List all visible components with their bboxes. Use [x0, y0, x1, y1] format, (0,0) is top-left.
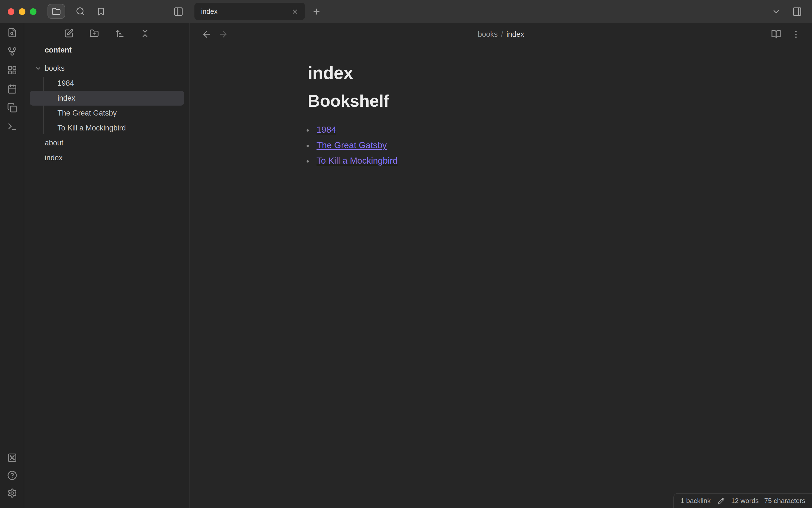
chevron-down-icon	[772, 7, 780, 16]
settings-button[interactable]	[4, 485, 20, 501]
arrow-left-icon	[202, 29, 211, 39]
close-tab-button[interactable]	[289, 6, 300, 17]
breadcrumb: books / index	[478, 30, 524, 38]
quick-switcher-button[interactable]	[4, 24, 20, 41]
tree-item-label: index	[45, 154, 63, 162]
files-tab-button[interactable]	[48, 4, 65, 19]
ribbon	[0, 23, 24, 508]
obsidian-window: index	[0, 0, 812, 508]
vault-name[interactable]: content	[24, 43, 189, 56]
graph-view-button[interactable]	[4, 43, 20, 60]
note-heading: Bookshelf	[308, 90, 694, 112]
note-title[interactable]: index	[308, 62, 694, 84]
book-link-list: 1984 The Great Gatsby To Kill a Mockingb…	[308, 122, 694, 169]
explorer-toolbar	[24, 23, 189, 43]
help-button[interactable]	[4, 467, 20, 484]
copy-icon	[7, 103, 17, 113]
new-note-button[interactable]	[61, 26, 76, 40]
tree-item-label: about	[45, 139, 63, 147]
tree-item-label: 1984	[57, 79, 74, 87]
tree-item-label: books	[45, 64, 65, 73]
bookmarks-tab-button[interactable]	[93, 4, 109, 19]
breadcrumb-parent[interactable]: books	[478, 30, 498, 38]
daily-note-button[interactable]	[4, 81, 20, 97]
tab-bar: index	[190, 0, 812, 23]
graph-icon	[7, 46, 17, 56]
new-folder-icon	[90, 29, 99, 38]
vault-icon	[7, 453, 17, 463]
settings-icon	[7, 488, 17, 498]
new-note-icon	[64, 29, 74, 38]
reading-mode-button[interactable]	[769, 27, 783, 41]
folder-children-books: 1984 index The Great Gatsby To Kill a Mo…	[30, 76, 184, 135]
plus-icon	[312, 7, 321, 16]
tab-label: index	[201, 7, 289, 15]
arrow-right-icon	[218, 29, 228, 39]
more-vertical-icon	[791, 29, 801, 39]
vault-switcher-button[interactable]	[4, 450, 20, 466]
titlebar: index	[0, 0, 812, 23]
list-item: The Great Gatsby	[315, 138, 694, 153]
editor-pane: books / index	[190, 23, 812, 508]
tab-list-button[interactable]	[768, 4, 784, 19]
internal-link-to-kill-a-mockingbird[interactable]: To Kill a Mockingbird	[317, 156, 397, 165]
view-header: books / index	[190, 23, 812, 45]
close-icon	[291, 7, 299, 15]
tab-index[interactable]: index	[194, 3, 305, 20]
new-folder-button[interactable]	[87, 26, 101, 40]
panel-left-icon	[174, 6, 183, 16]
internal-link-1984[interactable]: 1984	[317, 125, 336, 134]
window-controls	[8, 8, 37, 15]
internal-link-the-great-gatsby[interactable]: The Great Gatsby	[317, 140, 387, 150]
chevron-down-icon	[35, 65, 41, 72]
sort-order-button[interactable]	[112, 26, 127, 40]
list-item: To Kill a Mockingbird	[315, 153, 694, 169]
close-window-button[interactable]	[8, 8, 14, 15]
calendar-icon	[7, 84, 17, 94]
pencil-icon[interactable]	[717, 497, 724, 504]
navigate-forward-button[interactable]	[216, 27, 230, 41]
more-options-button[interactable]	[789, 27, 803, 41]
note-content-area[interactable]: index Bookshelf 1984 The Great Gatsby To…	[190, 45, 812, 508]
tree-file-about[interactable]: about	[30, 135, 184, 151]
file-search-icon	[7, 28, 17, 38]
tree-file-to-kill-a-mockingbird[interactable]: To Kill a Mockingbird	[30, 121, 184, 135]
folder-icon	[52, 7, 61, 16]
tree-folder-books[interactable]: books	[30, 61, 184, 76]
titlebar-left	[0, 0, 190, 23]
list-item: 1984	[315, 122, 694, 138]
breadcrumb-separator: /	[501, 30, 503, 38]
word-count: 12 words	[731, 497, 759, 505]
search-tab-button[interactable]	[72, 4, 88, 19]
minimize-window-button[interactable]	[19, 8, 26, 15]
breadcrumb-current[interactable]: index	[507, 30, 524, 38]
terminal-icon	[7, 122, 17, 132]
layout-grid-icon	[7, 65, 17, 75]
book-open-icon	[771, 29, 781, 39]
help-icon	[7, 470, 17, 480]
search-icon	[76, 7, 85, 16]
sort-icon	[115, 29, 124, 38]
navigate-back-button[interactable]	[199, 27, 214, 41]
panel-right-icon	[792, 6, 802, 16]
zoom-window-button[interactable]	[30, 8, 37, 15]
collapse-all-button[interactable]	[138, 26, 152, 40]
tree-item-label: To Kill a Mockingbird	[57, 124, 126, 132]
tree-file-1984[interactable]: 1984	[30, 76, 184, 91]
command-palette-button[interactable]	[4, 118, 20, 135]
file-tree: books 1984 index The Great Gatsby To Kil…	[24, 61, 189, 165]
file-explorer: content books 1984 index The	[24, 23, 190, 508]
tree-file-the-great-gatsby[interactable]: The Great Gatsby	[30, 105, 184, 121]
tree-item-label: The Great Gatsby	[57, 109, 117, 117]
backlink-count[interactable]: 1 backlink	[680, 497, 711, 505]
new-canvas-button[interactable]	[4, 62, 20, 79]
new-tab-button[interactable]	[309, 4, 324, 18]
collapse-left-sidebar-button[interactable]	[170, 4, 187, 19]
expand-right-sidebar-button[interactable]	[789, 4, 805, 19]
status-bar: 1 backlink 12 words 75 characters	[673, 493, 812, 508]
character-count: 75 characters	[764, 497, 805, 505]
tree-file-index-selected[interactable]: index	[30, 91, 184, 105]
collapse-all-icon	[140, 29, 150, 38]
insert-template-button[interactable]	[4, 99, 20, 116]
tree-file-index-root[interactable]: index	[30, 151, 184, 165]
